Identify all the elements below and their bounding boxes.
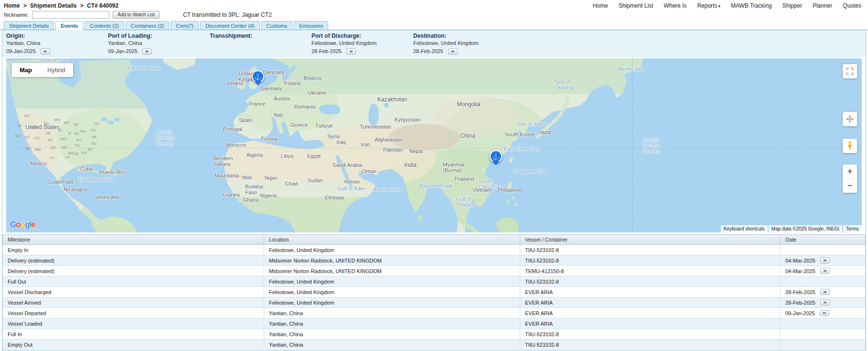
tab-containers-2[interactable]: Containers (2) [126,21,170,30]
cell-vessel-container: EVER ARIA [520,318,781,329]
history-button[interactable]: H [820,299,830,306]
history-button[interactable]: H [820,257,830,263]
cell-milestone: Empty Out [3,340,264,350]
cell-vessel-container: TIIU-523102-8 [520,245,781,255]
table-row: Vessel DepartedYantian, ChinaEVER ARIA09… [3,308,866,318]
route-field-origin: Origin:Yantian, China09-Jan-2025H [6,33,108,55]
tab-shipment-details[interactable]: Shipment Details [4,21,54,30]
cell-date [781,329,866,340]
history-button[interactable]: H [41,48,50,55]
table-row: Delivery (estimated)Midsomer Norton Rads… [3,255,866,266]
event-date-value: 04-Mar-2025 [785,258,815,263]
cell-location: Yantian, China [264,308,520,318]
cell-milestone: Vessel Departed [3,308,264,318]
history-button[interactable]: H [346,48,356,55]
add-to-watch-list-button[interactable]: Add to Watch List [113,11,160,19]
map-canvas[interactable]: Hudson BayLabrador SeaBering SeaSea of O… [6,58,862,232]
tab-events[interactable]: Events [55,21,83,30]
cell-milestone: Empty In [3,245,264,255]
cell-vessel-container: EVER ARIA [520,308,781,318]
map-graticule-line [632,58,632,232]
table-row: Vessel ArrivedFelixstowe, United Kingdom… [3,297,866,308]
nav-where-is[interactable]: Where Is [664,2,686,9]
event-date-value: 09-Jan-2025 [785,310,815,316]
terms-link[interactable]: Terms [843,225,862,232]
cell-date [781,318,866,329]
nav-home[interactable]: Home [593,2,608,9]
event-date-value: 04-Mar-2025 [785,268,815,274]
route-field-port-of-loading: Port of Loading:Yantian, China09-Jan-202… [108,33,210,55]
map-attribution: Keyboard shortcuts Map data ©2025 Google… [721,225,862,232]
route-field-label: Origin: [6,33,108,40]
top-bar: Home > Shipment Details > CT# 640092 Hom… [0,0,868,10]
pan-control[interactable] [843,112,857,126]
tab-contents-2[interactable]: Contents (2) [85,21,124,30]
history-button[interactable]: H [142,48,152,55]
cell-vessel-container: TIIU-523102-8 [520,276,781,287]
cell-vessel-container: EVER ARIA [520,297,781,308]
route-date-value: 09-Jan-2025 [6,47,36,55]
breadcrumb-home[interactable]: Home [4,2,20,9]
map-graticule-line [6,148,862,148]
nav-mawb-tracking[interactable]: MAWB Tracking [731,2,772,9]
route-field-value: Felixstowe, United Kingdom [311,40,413,46]
route-date-value: 28-Feb-2025 [311,47,342,55]
history-button[interactable]: H [448,48,458,55]
cell-milestone: Full Out [3,276,264,287]
cell-date: 04-Mar-2025H [781,255,866,266]
nav-quotes[interactable]: Quotes [843,2,861,9]
breadcrumb-ct-number: CT# 640092 [87,2,118,9]
nav-reports[interactable]: Reports▾ [697,2,720,9]
zoom-in-button[interactable]: + [843,165,857,178]
tab-customs[interactable]: Customs [261,21,292,30]
column-header-milestone: Milestone [3,235,264,245]
cell-location: Yantian, China [264,329,520,340]
keyboard-shortcuts-link[interactable]: Keyboard shortcuts [721,225,768,232]
map-type-hybrid[interactable]: Hybrid [40,63,73,77]
history-button[interactable]: H [820,268,830,274]
breadcrumb-separator: > [23,2,27,9]
cell-location: Yantian, China [264,318,520,329]
cell-milestone: Vessel Discharged [3,287,264,297]
column-header-location: Location [264,235,520,245]
breadcrumb-shipment-details[interactable]: Shipment Details [30,2,76,9]
tab-emissions[interactable]: Emissions [294,21,328,30]
route-field-date: 09-Jan-2025H [6,47,108,55]
zoom-out-button[interactable]: − [843,179,857,193]
nickname-input[interactable] [32,11,109,19]
world-map-graphic [6,58,862,232]
fullscreen-button[interactable] [843,64,857,78]
main-panel: Origin:Yantian, China09-Jan-2025HPort of… [2,30,866,351]
history-button[interactable]: H [820,310,829,316]
tab-document-center-4[interactable]: Document Center (4) [200,21,260,30]
zoom-control: + − [843,165,857,193]
events-table-header: MilestoneLocationVessel / ContainerDate [3,235,866,245]
street-view-pegman[interactable] [843,139,857,153]
nickname-label: Nickname: [4,12,29,18]
cell-date: 09-Jan-2025H [781,308,866,318]
dropdown-caret-icon: ▾ [718,4,720,9]
tab-com-7[interactable]: Com(7) [171,21,199,30]
history-button[interactable]: H [820,289,830,295]
route-field-label: Port of Loading: [108,33,210,40]
nav-planner[interactable]: Planner [813,2,832,9]
breadcrumb: Home > Shipment Details > CT# 640092 [4,2,118,9]
nav-shipment-list[interactable]: Shipment List [619,2,654,9]
table-row: Delivery (estimated)Midsomer Norton Rads… [3,266,866,276]
cell-vessel-container: EVER ARIA [520,287,781,297]
route-field-date: 28-Feb-2025H [311,47,413,55]
cell-date [781,340,866,350]
tab-bar: Shipment DetailsEventsContents (2)Contai… [0,20,868,30]
cell-milestone: Delivery (estimated) [3,255,264,266]
table-row: Full OutFelixstowe, United KingdomTIIU-5… [3,276,866,287]
nav-shipper[interactable]: Shipper [782,2,802,9]
breadcrumb-separator: > [80,2,84,9]
table-row: Empty InFelixstowe, United KingdomTIIU-5… [3,245,866,255]
map-type-map[interactable]: Map [12,63,40,77]
column-header-vessel-container: Vessel / Container [520,235,781,245]
cell-location: Felixstowe, United Kingdom [264,287,520,297]
uk-port-marker[interactable]: ⚓ [252,70,264,83]
google-logo[interactable]: Google [10,220,35,230]
china-port-marker[interactable]: ⚓ [490,150,502,163]
cell-location: Felixstowe, United Kingdom [264,276,520,287]
